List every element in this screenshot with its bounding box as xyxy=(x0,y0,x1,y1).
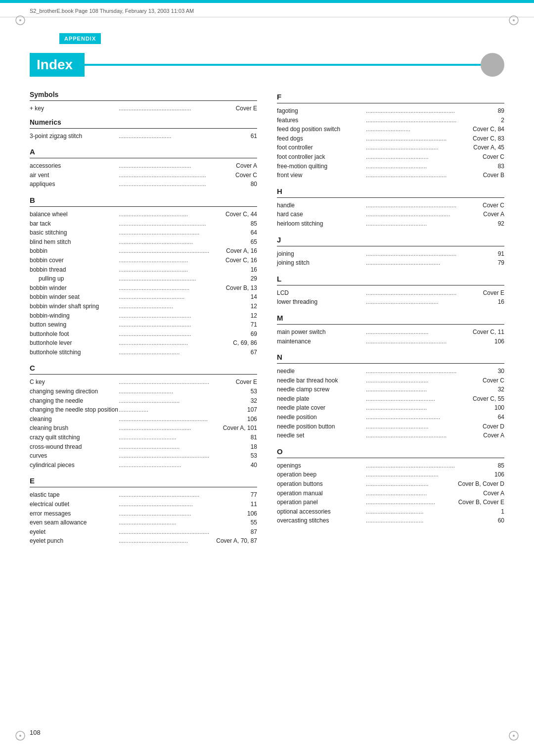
entry-page: 69 xyxy=(222,330,257,339)
section-f: F fagoting .............................… xyxy=(277,93,504,180)
entry-label: bobbin winder shaft spring xyxy=(30,302,119,311)
entry-page: 89 xyxy=(470,106,504,116)
entry-label: eyelet xyxy=(30,527,119,537)
list-item: needle clamp screw .....................… xyxy=(277,385,504,394)
entry-page: 12 xyxy=(222,311,257,321)
list-item: 3-point zigzag stitch ..................… xyxy=(30,132,257,141)
entry-page: 106 xyxy=(470,470,504,479)
entry-label: bobbin xyxy=(30,246,119,256)
list-item: maintenance ............................… xyxy=(277,337,504,346)
appendix-section: APPENDIX xyxy=(30,24,504,44)
entry-page: 55 xyxy=(222,518,257,527)
list-item: operation buttons ......................… xyxy=(277,479,504,489)
section-numerics-heading: Numerics xyxy=(30,118,257,126)
entry-dots: ........................................… xyxy=(119,210,222,219)
list-item: even seam allowance ....................… xyxy=(30,518,257,527)
entry-label: bobbin winder xyxy=(30,284,119,293)
page: S2_brotherE.book Page 108 Thursday, Febr… xyxy=(0,0,534,756)
letter-f: F xyxy=(277,93,504,101)
entry-dots: ........................................… xyxy=(366,143,470,152)
list-item: optional accessories ...................… xyxy=(277,507,504,517)
list-item: bobbin cover ...........................… xyxy=(30,256,257,265)
entry-dots: ........................................… xyxy=(366,258,470,268)
entry-dots: ........................................… xyxy=(119,171,222,180)
list-item: bobbin thread ..........................… xyxy=(30,265,257,275)
entry-label: cross-wound thread xyxy=(30,442,119,452)
entry-label: + key xyxy=(30,104,119,113)
appendix-bar: APPENDIX xyxy=(59,33,101,44)
entry-label: needle plate xyxy=(277,394,366,404)
entry-dots: .................. xyxy=(119,405,222,415)
entry-page: 64 xyxy=(470,413,504,422)
list-item: pulling up .............................… xyxy=(30,274,257,284)
list-item: crazy quilt stitching ..................… xyxy=(30,433,257,442)
entry-label: buttonhole stitching xyxy=(30,348,119,357)
right-column: F fagoting .............................… xyxy=(277,86,504,549)
list-item: foot controller ........................… xyxy=(277,143,504,152)
entry-page: Cover C, 16 xyxy=(222,256,257,265)
entry-page: Cover C, 83 xyxy=(470,134,504,143)
list-item: operation manual .......................… xyxy=(277,489,504,498)
list-item: buttonhole lever .......................… xyxy=(30,338,257,348)
entry-label: operation beep xyxy=(277,470,366,479)
list-item: bobbin winder seat .....................… xyxy=(30,292,257,302)
entry-dots: ........................................… xyxy=(119,237,222,247)
entry-dots: ...................................... xyxy=(366,479,458,489)
section-l-rule xyxy=(277,285,504,285)
entry-dots: ........................................… xyxy=(119,536,216,546)
entry-dots: ........................................… xyxy=(119,161,222,171)
entry-page: Cover E xyxy=(222,104,257,113)
entry-dots: ........................................… xyxy=(366,470,470,479)
letter-b: B xyxy=(30,196,257,204)
entry-dots: ..................................... xyxy=(366,489,470,498)
svg-point-5 xyxy=(19,735,21,737)
list-item: cleaning brush .........................… xyxy=(30,424,257,433)
letter-l: L xyxy=(277,275,504,283)
entry-page: 71 xyxy=(222,320,257,330)
entry-label: needle position xyxy=(277,413,366,422)
entry-dots: ........................................… xyxy=(119,451,222,461)
entry-page: Cover A, 70, 87 xyxy=(216,536,257,546)
entry-dots: ........................................… xyxy=(119,527,222,537)
entry-label: bobbin thread xyxy=(30,265,119,275)
list-item: curves .................................… xyxy=(30,451,257,461)
list-item: joining ................................… xyxy=(277,249,504,259)
entry-label: joining xyxy=(277,249,366,259)
entry-label: fagoting xyxy=(277,106,366,116)
list-item: changing the needle ....................… xyxy=(30,396,257,406)
list-item: free-motion quilting ...................… xyxy=(277,162,504,171)
list-item: needle plate cover .....................… xyxy=(277,403,504,413)
entry-page: 18 xyxy=(222,442,257,452)
entry-dots: ........................................… xyxy=(119,274,222,284)
entry-dots: ........................................… xyxy=(366,134,470,143)
entry-label: optional accessories xyxy=(277,507,366,517)
entry-dots: ........................................… xyxy=(366,367,470,376)
page-header: S2_brotherE.book Page 108 Thursday, Febr… xyxy=(0,3,534,17)
entry-label: needle xyxy=(277,367,366,376)
entry-dots: ........................................… xyxy=(366,210,470,219)
list-item: operation beep .........................… xyxy=(277,470,504,479)
entry-dots: ..................................... xyxy=(366,385,470,394)
page-title: Index xyxy=(37,57,73,73)
entry-label: even seam allowance xyxy=(30,518,119,527)
letter-j: J xyxy=(277,236,504,244)
list-item: fagoting ...............................… xyxy=(277,106,504,116)
entry-page: Cover A xyxy=(470,431,504,440)
entry-dots: ...................................... xyxy=(366,152,470,162)
entry-label: free-motion quilting xyxy=(277,162,366,171)
entry-page: 87 xyxy=(222,527,257,537)
list-item: air vent ...............................… xyxy=(30,171,257,180)
section-symbols-rule xyxy=(30,100,257,101)
entry-label: front view xyxy=(277,171,366,180)
entry-page: Cover A, 16 xyxy=(222,246,257,256)
list-item: + key ..................................… xyxy=(30,104,257,113)
section-j-rule xyxy=(277,246,504,246)
entry-label: lower threading xyxy=(277,297,366,307)
entry-page: 29 xyxy=(222,274,257,284)
list-item: feed dogs ..............................… xyxy=(277,134,504,143)
entry-dots: ........................................… xyxy=(119,219,222,229)
entry-label: changing the needle xyxy=(30,396,119,406)
entry-label: air vent xyxy=(30,171,119,180)
section-l: L LCD ..................................… xyxy=(277,275,504,307)
section-h-rule xyxy=(277,197,504,198)
